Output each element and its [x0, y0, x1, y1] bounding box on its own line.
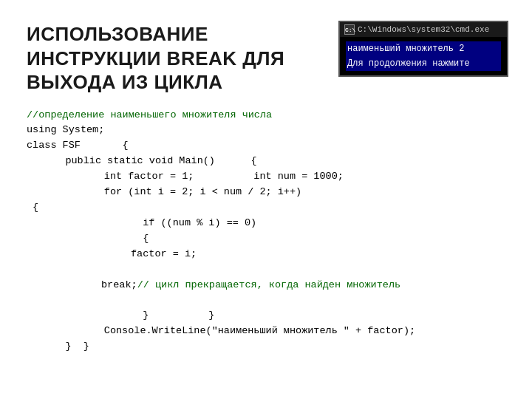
code-line11: } }	[71, 308, 505, 324]
cmd-titlebar: C:\ C:\Windows\system32\cmd.exe	[340, 22, 507, 37]
cmd-window: C:\ C:\Windows\system32\cmd.exe наименьш…	[338, 21, 508, 77]
cmd-icon: C:\	[344, 24, 355, 35]
code-line8: {	[71, 231, 505, 247]
code-line3: public static void Main() {	[41, 154, 505, 169]
slide-title: ИСПОЛЬЗОВАНИЕ ИНСТРУКЦИИ BREAK ДЛЯ ВЫХОД…	[27, 22, 344, 95]
code-line6: {	[27, 200, 505, 216]
cmd-title-text: C:\Windows\system32\cmd.exe	[358, 25, 489, 34]
code-line13: } }	[41, 339, 505, 355]
code-line2: class FSF {	[27, 138, 505, 154]
code-line7: if ((num % i) == 0)	[71, 216, 505, 231]
code-line5: for (int i = 2; i < num / 2; i++)	[56, 185, 505, 200]
cmd-body: наименьший множитель 2 Для продолжения н…	[340, 37, 507, 75]
cmd-output-line1: наименьший множитель 2	[346, 41, 501, 56]
code-line12: Console.WriteLine("наименьший множитель …	[56, 324, 505, 339]
code-line4: int factor = 1; int num = 1000;	[56, 169, 505, 185]
cmd-output-line2: Для продолжения нажмите	[346, 56, 501, 71]
slide: ИСПОЛЬЗОВАНИЕ ИНСТРУКЦИИ BREAK ДЛЯ ВЫХОД…	[0, 0, 532, 399]
code-line10: break;// цикл прекращается, когда найден…	[41, 262, 505, 309]
code-comment-line: //определение наименьшего множителя числ…	[27, 108, 505, 123]
code-line1: using System;	[27, 123, 505, 138]
code-break-comment: // цикл прекращается, когда найден множи…	[137, 279, 400, 290]
code-line9: factor = i;	[71, 247, 505, 262]
code-break: break;	[78, 279, 137, 290]
code-area: //определение наименьшего множителя числ…	[27, 108, 505, 355]
